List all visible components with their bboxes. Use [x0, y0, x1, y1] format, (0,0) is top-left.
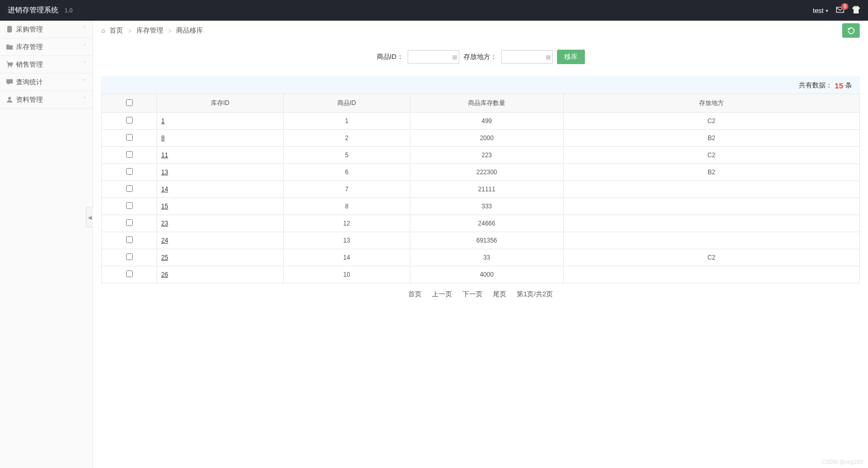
row-checkbox[interactable]: [126, 270, 133, 277]
cell-qty: 222300: [410, 164, 564, 181]
pager-last[interactable]: 尾页: [493, 290, 506, 299]
svg-point-5: [8, 97, 11, 100]
refresh-button[interactable]: [842, 23, 860, 38]
pager-prev[interactable]: 上一页: [432, 290, 452, 299]
mail-badge: 9: [841, 3, 848, 10]
table-row: 231224666: [102, 215, 860, 232]
folder-icon: [6, 43, 13, 50]
svg-rect-2: [8, 26, 11, 27]
cell-location: [564, 266, 860, 283]
tshirt-icon[interactable]: [852, 6, 860, 15]
sidebar-item-4[interactable]: 资料管理˅: [0, 91, 92, 109]
chat-icon: [6, 79, 13, 85]
row-checkbox[interactable]: [126, 134, 133, 141]
sidebar-item-0[interactable]: 采购管理˅: [0, 21, 92, 38]
cell-location: C2: [564, 113, 860, 130]
stock-id-link[interactable]: 24: [161, 237, 168, 244]
breadcrumb: ⌂ 首页 > 库存管理 > 商品移库: [101, 26, 203, 35]
location-input[interactable]: [501, 50, 553, 64]
product-id-input[interactable]: [408, 50, 459, 64]
svg-point-3: [8, 67, 9, 68]
sidebar-collapse-handle[interactable]: ◀: [86, 207, 93, 228]
summary-suffix: 条: [845, 81, 852, 90]
col-stock-id: 库存ID: [157, 94, 284, 113]
cell-product-id: 2: [284, 130, 410, 147]
col-qty: 商品库存数量: [410, 94, 564, 113]
cell-product-id: 13: [284, 232, 410, 249]
stock-id-link[interactable]: 23: [161, 220, 168, 227]
user-menu[interactable]: test ▾: [813, 7, 828, 14]
row-checkbox[interactable]: [126, 202, 133, 209]
header: 进销存管理系统 1.0 test ▾ 9: [0, 0, 868, 21]
user-icon: [6, 96, 13, 103]
table-row: 822000B2: [102, 130, 860, 147]
cell-qty: 2000: [410, 130, 564, 147]
stock-id-link[interactable]: 11: [161, 152, 168, 159]
cell-product-id: 5: [284, 147, 410, 164]
app-title: 进销存管理系统: [8, 6, 58, 15]
cell-product-id: 12: [284, 215, 410, 232]
stock-id-link[interactable]: 14: [161, 186, 168, 193]
stock-id-link[interactable]: 15: [161, 203, 168, 210]
row-checkbox[interactable]: [126, 219, 133, 226]
sidebar-item-1[interactable]: 库存管理˅: [0, 38, 92, 56]
row-checkbox[interactable]: [126, 151, 133, 158]
cell-product-id: 8: [284, 198, 410, 215]
cell-location: [564, 232, 860, 249]
sidebar-item-2[interactable]: 销售管理˅: [0, 56, 92, 73]
filter-row: 商品ID： ▦ 存放地方： ▦ 移库: [93, 40, 868, 67]
clipboard-icon: [6, 26, 13, 33]
row-checkbox[interactable]: [126, 185, 133, 192]
cell-qty: 33: [410, 249, 564, 266]
cell-product-id: 6: [284, 164, 410, 181]
user-name: test: [813, 7, 824, 14]
row-checkbox[interactable]: [126, 117, 133, 124]
cell-location: B2: [564, 130, 860, 147]
cell-location: [564, 181, 860, 198]
stock-id-link[interactable]: 13: [161, 169, 168, 176]
breadcrumb-level1[interactable]: 库存管理: [136, 26, 163, 35]
cell-product-id: 7: [284, 181, 410, 198]
table-row: 2413691356: [102, 232, 860, 249]
svg-point-4: [11, 67, 12, 68]
pager-next[interactable]: 下一页: [462, 290, 483, 299]
cell-product-id: 14: [284, 249, 410, 266]
cell-qty: 21111: [410, 181, 564, 198]
cell-location: [564, 198, 860, 215]
cell-location: C2: [564, 249, 860, 266]
table-row: 14721111: [102, 181, 860, 198]
chevron-down-icon: ▾: [826, 8, 828, 13]
breadcrumb-level2: 商品移库: [176, 26, 203, 35]
stock-id-link[interactable]: 1: [161, 117, 165, 125]
breadcrumb-home[interactable]: 首页: [110, 26, 123, 35]
stock-id-link[interactable]: 26: [161, 271, 168, 278]
pager-first[interactable]: 首页: [408, 290, 422, 299]
chevron-down-icon: ˅: [83, 96, 86, 103]
move-button[interactable]: 移库: [557, 50, 585, 64]
row-checkbox[interactable]: [126, 253, 133, 260]
table-row: 136222300B2: [102, 164, 860, 181]
cell-qty: 223: [410, 147, 564, 164]
row-checkbox[interactable]: [126, 168, 133, 175]
pager-info: 第1页/共2页: [517, 290, 553, 299]
sidebar-item-label: 销售管理: [16, 60, 43, 69]
sidebar-item-label: 资料管理: [16, 95, 43, 104]
cell-product-id: 1: [284, 113, 410, 130]
select-all-checkbox[interactable]: [126, 99, 133, 106]
sidebar-item-label: 库存管理: [16, 42, 43, 52]
col-location: 存放地方: [564, 94, 860, 113]
location-label: 存放地方：: [463, 52, 497, 62]
sidebar-item-label: 采购管理: [16, 25, 43, 34]
stock-id-link[interactable]: 25: [161, 254, 168, 261]
chevron-down-icon: ˅: [83, 61, 86, 68]
table-row: 158333: [102, 198, 860, 215]
row-checkbox[interactable]: [126, 236, 133, 243]
chevron-down-icon: ˅: [83, 26, 86, 33]
col-product-id: 商品ID: [284, 94, 410, 113]
sidebar-item-3[interactable]: 查询统计˅: [0, 73, 92, 91]
summary-count: 15: [834, 81, 843, 90]
sidebar-item-label: 查询统计: [16, 78, 43, 87]
mail-icon[interactable]: 9: [836, 6, 844, 15]
watermark: CSDN @reg183: [822, 459, 863, 465]
stock-id-link[interactable]: 8: [161, 134, 165, 142]
